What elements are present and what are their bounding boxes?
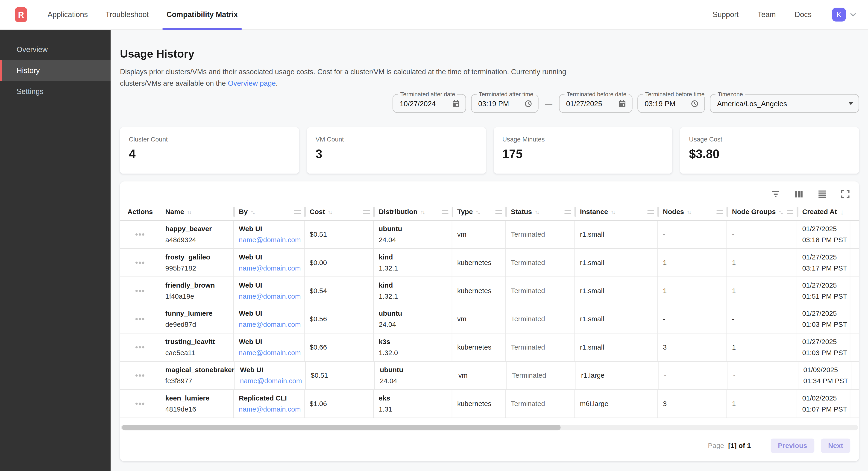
column-menu-icon[interactable] xyxy=(647,210,654,214)
sort-icon[interactable]: ↓ xyxy=(840,208,844,216)
fullscreen-icon[interactable] xyxy=(840,189,850,199)
nav-link-team[interactable]: Team xyxy=(754,0,780,29)
page-shell: Overview History Settings Usage History … xyxy=(0,30,868,471)
row-actions-button[interactable] xyxy=(133,315,146,323)
cost-value: $0.54 xyxy=(310,287,373,295)
cluster-name: happy_beaver xyxy=(165,224,234,235)
creator-email-link[interactable]: name@domain.com xyxy=(239,347,304,358)
type-value: kubernetes xyxy=(457,343,505,351)
sidebar-item-history[interactable]: History xyxy=(0,60,111,81)
sort-icon[interactable]: ↑↓ xyxy=(687,209,691,215)
clock-icon[interactable] xyxy=(519,99,532,108)
column-menu-icon[interactable] xyxy=(716,210,723,214)
nav-link-docs[interactable]: Docs xyxy=(791,0,815,29)
column-header-created_at[interactable]: Created At ↓ xyxy=(797,203,850,220)
description-period: . xyxy=(276,79,278,87)
column-header-label: Status xyxy=(511,208,532,216)
nodes-count: 3 xyxy=(663,400,726,408)
row-actions-button[interactable] xyxy=(133,230,146,239)
instance-type: r1.small xyxy=(580,343,657,351)
nav-tab-applications[interactable]: Applications xyxy=(44,0,92,29)
clock-icon[interactable] xyxy=(685,99,699,108)
cell-by: Web UI name@domain.com xyxy=(234,305,305,333)
terminated-after-time-field[interactable]: Terminated after time 03:19 PM xyxy=(471,94,538,113)
horizontal-scrollbar-thumb[interactable] xyxy=(122,425,561,430)
sort-icon[interactable]: ↑↓ xyxy=(476,209,479,215)
calendar-icon[interactable] xyxy=(613,99,626,108)
sidebar-item-overview[interactable]: Overview xyxy=(0,39,111,60)
creator-email-link[interactable]: name@domain.com xyxy=(239,235,304,246)
creator-email-link[interactable]: name@domain.com xyxy=(239,263,304,274)
timezone-select[interactable]: Timezone America/Los_Angeles xyxy=(710,94,859,113)
column-menu-icon[interactable] xyxy=(294,210,301,214)
row-actions-button[interactable] xyxy=(133,371,146,380)
nodes-count: - xyxy=(664,372,728,380)
cell-instance: r1.large xyxy=(576,362,659,389)
terminated-after-date-field[interactable]: Terminated after date 10/27/2024 xyxy=(393,94,466,113)
sidebar-item-settings[interactable]: Settings xyxy=(0,81,111,101)
terminated-before-date-field[interactable]: Terminated before date 01/27/2025 xyxy=(559,94,632,113)
column-header-nodes[interactable]: Nodes ↑↓ xyxy=(658,203,727,220)
column-header-instance[interactable]: Instance ↑↓ xyxy=(575,203,658,220)
column-header-by[interactable]: By ↑↓ xyxy=(234,203,305,220)
previous-page-button[interactable]: Previous xyxy=(771,439,814,453)
select-caret-icon xyxy=(849,102,853,105)
sort-icon[interactable]: ↑↓ xyxy=(611,209,615,215)
column-header-node_groups[interactable]: Node Groups ↑↓ xyxy=(727,203,797,220)
cell-node-groups: - xyxy=(727,305,797,333)
row-actions-button[interactable] xyxy=(133,258,146,267)
sort-icon[interactable]: ↑↓ xyxy=(535,209,538,215)
row-actions-button[interactable] xyxy=(133,399,146,408)
nav-right: Support Team Docs K xyxy=(709,0,857,29)
column-header-type[interactable]: Type ↑↓ xyxy=(452,203,506,220)
stat-label: Usage Cost xyxy=(689,136,850,143)
grid-toolbar xyxy=(120,181,859,203)
column-header-cost[interactable]: Cost ↑↓ xyxy=(305,203,374,220)
nav-tab-troubleshoot[interactable]: Troubleshoot xyxy=(101,0,153,29)
sort-icon[interactable]: ↑↓ xyxy=(779,209,782,215)
cell-cost: $0.51 xyxy=(305,221,374,248)
sort-icon[interactable]: ↑↓ xyxy=(187,209,191,215)
cell-nodes: 1 xyxy=(658,249,727,276)
user-avatar[interactable]: K xyxy=(832,8,846,22)
next-page-button[interactable]: Next xyxy=(821,439,850,453)
sort-icon[interactable]: ↑↓ xyxy=(328,209,332,215)
terminated-before-time-field[interactable]: Terminated before time 03:19 PM xyxy=(638,94,705,113)
column-menu-icon[interactable] xyxy=(564,210,571,214)
column-menu-icon[interactable] xyxy=(787,210,793,214)
column-header-actions[interactable]: Actions xyxy=(120,203,160,220)
cost-value: $0.66 xyxy=(310,343,373,351)
column-header-status[interactable]: Status ↑↓ xyxy=(506,203,575,220)
creator-email-link[interactable]: name@domain.com xyxy=(240,376,305,387)
cell-distribution: kind 1.32.1 xyxy=(374,249,452,276)
creator-email-link[interactable]: name@domain.com xyxy=(239,319,304,330)
column-header-name[interactable]: Name ↑↓ xyxy=(160,203,234,220)
filter-icon[interactable] xyxy=(771,189,781,199)
creator-email-link[interactable]: name@domain.com xyxy=(239,291,304,302)
distribution-version: 1.32.1 xyxy=(379,291,452,302)
distribution-version: 1.32.1 xyxy=(379,263,452,274)
column-header-distribution[interactable]: Distribution ↑↓ xyxy=(374,203,452,220)
cell-status: Terminated xyxy=(506,249,575,276)
brand-logo[interactable]: R xyxy=(15,7,27,22)
column-menu-icon[interactable] xyxy=(495,210,502,214)
instance-type: r1.small xyxy=(580,287,657,295)
column-menu-icon[interactable] xyxy=(363,210,370,214)
row-actions-button[interactable] xyxy=(133,343,146,352)
columns-icon[interactable] xyxy=(794,189,804,199)
nav-tab-compatibility-matrix[interactable]: Compatibility Matrix xyxy=(163,0,242,29)
cluster-id: a48d9324 xyxy=(165,235,234,246)
sort-icon[interactable]: ↑↓ xyxy=(250,209,254,215)
overview-page-link[interactable]: Overview page xyxy=(228,79,276,87)
chevron-down-icon xyxy=(849,11,857,19)
density-icon[interactable] xyxy=(817,189,827,199)
creator-email-link[interactable]: name@domain.com xyxy=(239,404,304,415)
field-label: Terminated after time xyxy=(476,91,535,97)
calendar-icon[interactable] xyxy=(446,99,460,108)
account-menu-button[interactable] xyxy=(849,11,857,19)
column-menu-icon[interactable] xyxy=(442,210,448,214)
row-actions-button[interactable] xyxy=(133,287,146,295)
cell-actions xyxy=(120,305,160,333)
sort-icon[interactable]: ↑↓ xyxy=(420,209,424,215)
nav-link-support[interactable]: Support xyxy=(709,0,743,29)
